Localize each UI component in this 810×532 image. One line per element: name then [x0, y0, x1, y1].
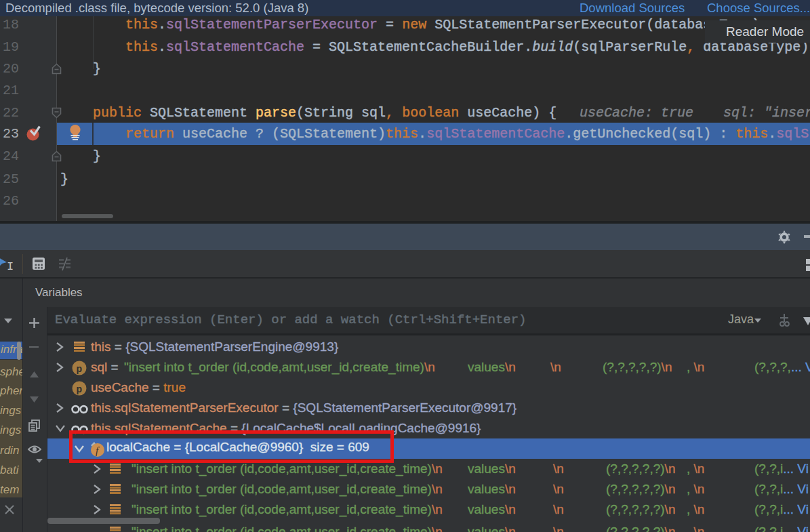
- svg-text:p: p: [77, 363, 83, 374]
- svg-text:p: p: [77, 384, 83, 394]
- svg-text:I: I: [7, 260, 14, 273]
